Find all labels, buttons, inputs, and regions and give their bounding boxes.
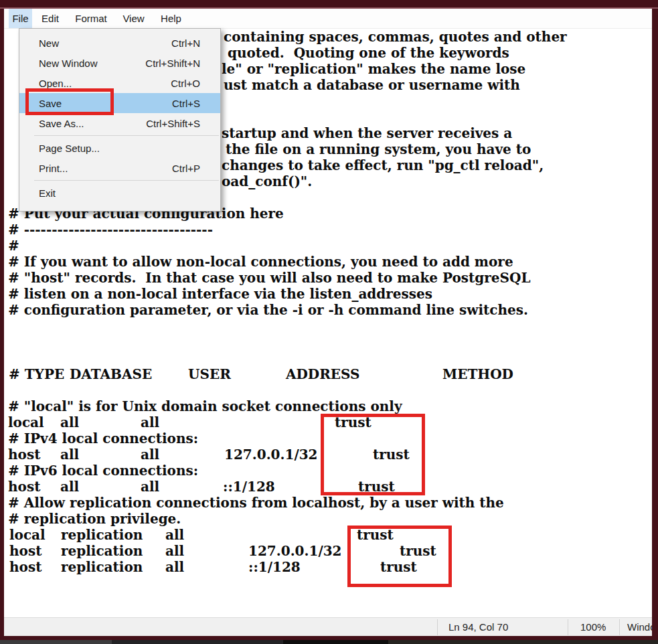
doc-text-segment: # replication privilege. (8, 511, 181, 527)
menu-edit[interactable]: Edit (37, 9, 63, 28)
frame-top-inner-line (0, 7, 658, 9)
menu-item-print[interactable]: Print... Ctrl+P (19, 158, 220, 178)
doc-text-segment: # (8, 238, 19, 254)
cursor-position: Ln 94, Col 70 (448, 618, 508, 637)
menu-item-new-window[interactable]: New Window Ctrl+Shift+N (19, 53, 220, 73)
doc-text-segment: local (9, 527, 46, 543)
menu-format[interactable]: Format (69, 9, 113, 28)
doc-text-segment: 127.0.0.1/32 (248, 543, 342, 559)
statusbar-separator (619, 619, 620, 635)
menu-item-shortcut: Ctrl+N (171, 37, 200, 49)
doc-text-segment: all (141, 447, 159, 463)
doc-text-segment: startup and when the server receives a (222, 125, 512, 141)
doc-text-segment: ADDRESS (286, 366, 360, 382)
menu-item-shortcut: Ctrl+Shift+N (145, 58, 200, 69)
doc-text-segment: METHOD (442, 366, 513, 382)
doc-text-segment: # "local" is for Unix domain socket conn… (8, 398, 402, 414)
status-bar: Ln 94, Col 70 100% Windo (4, 617, 652, 637)
menu-item-label: New (39, 37, 59, 49)
menu-view[interactable]: View (118, 9, 149, 28)
zoom-level: 100% (580, 618, 606, 637)
doc-text-segment: quoted. Quoting one of the keywords (228, 45, 509, 61)
doc-text-segment: all (165, 527, 184, 543)
doc-text-segment: local (8, 414, 44, 430)
menu-item-shortcut: Ctrl+Shift+S (146, 118, 200, 129)
menu-item-shortcut: Ctrl+O (171, 78, 200, 89)
menu-item-shortcut: Ctrl+S (172, 98, 200, 109)
notepad-window: containing spaces, commas, quotes and ot… (0, 0, 658, 644)
file-dropdown-menu: New Ctrl+N New Window Ctrl+Shift+N Open.… (19, 28, 221, 212)
statusbar-separator (437, 619, 438, 635)
doc-text-segment: host (9, 559, 42, 575)
doc-text-segment: # listen on a non-local interface via th… (8, 286, 432, 302)
doc-text-segment: # Allow replication connections from loc… (8, 495, 504, 511)
menu-bar: File Edit Format View Help (4, 9, 652, 29)
doc-text-segment: all (165, 543, 184, 559)
menu-separator (34, 180, 219, 181)
doc-text-segment: all (141, 479, 159, 495)
doc-text-segment: 127.0.0.1/32 (224, 447, 318, 463)
doc-text-segment: DATABASE (70, 366, 152, 382)
doc-text-segment: all (60, 414, 79, 430)
doc-text-segment: ust match a database or username with (224, 77, 520, 93)
menu-item-page-setup[interactable]: Page Setup... (19, 138, 220, 158)
doc-text-segment: the file on a running system, you have t… (226, 141, 531, 157)
menu-item-label: Page Setup... (39, 143, 100, 154)
doc-text-segment: all (60, 479, 79, 495)
menu-item-label: New Window (39, 58, 98, 69)
doc-text-segment: all (141, 414, 159, 430)
doc-text-segment: replication (61, 543, 143, 559)
menu-item-save-as[interactable]: Save As... Ctrl+Shift+S (19, 113, 220, 133)
annotation-box-save (25, 88, 114, 115)
menu-item-label: Save As... (39, 118, 84, 129)
menu-item-exit[interactable]: Exit (19, 183, 220, 203)
doc-text-segment: # If you want to allow non-local connect… (8, 254, 513, 270)
menu-item-label: Exit (39, 187, 56, 199)
menu-file[interactable]: File (9, 9, 32, 28)
doc-text-segment: # "host" records. In that case you will … (8, 270, 530, 286)
menu-item-shortcut: Ctrl+P (172, 163, 200, 174)
doc-text-segment: host (8, 479, 40, 495)
menu-separator (34, 135, 219, 136)
annotation-box-trust-1 (321, 414, 425, 495)
doc-text-segment: oad_conf()". (222, 173, 312, 189)
doc-text-segment: host (9, 543, 42, 559)
doc-text-segment: replication (61, 527, 143, 543)
doc-text-segment: USER (188, 366, 231, 382)
frame-left (0, 0, 4, 644)
statusbar-separator (568, 619, 568, 635)
doc-text-segment: replication (61, 559, 143, 575)
doc-text-segment: ::1/128 (223, 479, 275, 495)
taskbar-sliver (0, 640, 658, 644)
doc-text-segment: changes to take effect, run "pg_ctl relo… (222, 157, 544, 173)
annotation-box-trust-2 (347, 526, 452, 587)
menu-item-new[interactable]: New Ctrl+N (19, 33, 220, 53)
doc-text-segment: all (60, 447, 79, 463)
doc-text-segment: containing spaces, commas, quotes and ot… (224, 29, 567, 45)
menu-help[interactable]: Help (156, 9, 186, 28)
doc-text-segment: all (165, 559, 184, 575)
menu-item-label: Print... (39, 163, 68, 174)
doc-text-segment: # configuration parameter, or via the -i… (8, 302, 528, 318)
doc-text-segment: ::1/128 (248, 559, 301, 575)
doc-text-segment: le" or "replication" makes the name lose (222, 61, 525, 77)
doc-text-segment: # IPv4 local connections: (8, 430, 198, 447)
doc-text-segment: host (8, 447, 40, 463)
doc-text-segment: # TYPE (9, 366, 64, 382)
doc-text-segment: # ---------------------------------- (8, 222, 213, 238)
frame-right (652, 0, 658, 644)
doc-text-segment: # IPv6 local connections: (8, 463, 198, 479)
menu-item-label: Open... (39, 78, 72, 89)
